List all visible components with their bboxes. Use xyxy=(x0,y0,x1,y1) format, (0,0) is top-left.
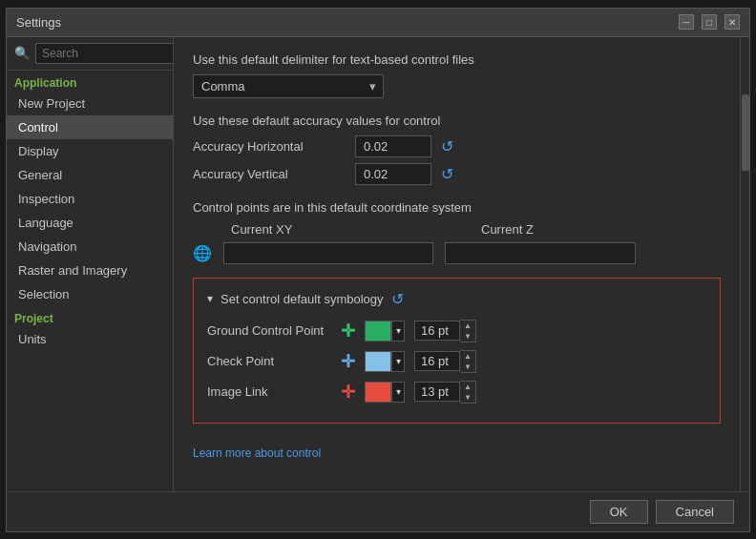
accuracy-label: Use these default accuracy values for co… xyxy=(193,114,721,128)
coord-z-label: Current Z xyxy=(481,222,534,237)
gcp-row: Ground Control Point ✛ ▾ ▲ ▼ xyxy=(207,320,706,342)
coord-section: Control points are in this default coord… xyxy=(193,200,721,264)
window-title: Settings xyxy=(16,15,61,30)
search-input[interactable] xyxy=(35,43,174,64)
gcp-pt-up[interactable]: ▲ xyxy=(460,321,475,331)
accuracy-horizontal-label: Accuracy Horizontal xyxy=(193,139,346,154)
image-link-pt-wrapper: ▲ ▼ xyxy=(414,381,476,404)
accuracy-vertical-reset-icon[interactable]: ↺ xyxy=(441,165,453,183)
coord-inputs-row: 🌐 xyxy=(193,242,721,264)
sidebar-item-control[interactable]: Control xyxy=(7,115,173,139)
check-pt-wrapper: ▲ ▼ xyxy=(414,350,476,373)
cancel-button[interactable]: Cancel xyxy=(656,500,734,524)
accuracy-vertical-label: Accuracy Vertical xyxy=(193,167,346,181)
gcp-pt-wrapper: ▲ ▼ xyxy=(414,320,476,342)
accuracy-horizontal-reset-icon[interactable]: ↺ xyxy=(441,137,453,155)
settings-window: Settings ─ □ ✕ 🔍 Application New Project… xyxy=(6,8,750,532)
check-pt-spinners: ▲ ▼ xyxy=(460,350,476,373)
symbology-reset-icon[interactable]: ↺ xyxy=(391,290,404,308)
symbology-header: ▾ Set control default symbology ↺ xyxy=(207,290,706,308)
sidebar: 🔍 Application New Project Control Displa… xyxy=(7,37,174,491)
title-bar: Settings ─ □ ✕ xyxy=(7,9,749,37)
image-link-pt-up[interactable]: ▲ xyxy=(460,382,475,392)
image-link-color-swatch[interactable] xyxy=(365,382,391,403)
collapse-arrow-icon[interactable]: ▾ xyxy=(207,292,213,305)
accuracy-horizontal-input[interactable] xyxy=(355,135,431,157)
coord-z-input[interactable] xyxy=(445,242,636,264)
image-link-swatch-wrapper: ▾ xyxy=(365,382,405,403)
check-color-swatch[interactable] xyxy=(365,351,391,372)
coord-label: Control points are in this default coord… xyxy=(193,200,721,215)
minimize-button[interactable]: ─ xyxy=(679,14,694,30)
section-header-project: Project xyxy=(7,306,173,327)
gcp-swatch-dropdown[interactable]: ▾ xyxy=(391,321,405,342)
gcp-pt-input[interactable] xyxy=(414,321,460,341)
check-point-row: Check Point ✛ ▾ ▲ ▼ xyxy=(207,350,706,373)
delimiter-label: Use this default delimiter for text-base… xyxy=(193,52,721,98)
check-pt-up[interactable]: ▲ xyxy=(460,351,475,362)
image-link-label: Image Link xyxy=(207,384,331,399)
check-point-label: Check Point xyxy=(207,354,331,368)
ok-button[interactable]: OK xyxy=(590,500,648,524)
sidebar-item-selection[interactable]: Selection xyxy=(7,282,173,306)
sidebar-item-inspection[interactable]: Inspection xyxy=(7,187,173,211)
gcp-swatch-wrapper: ▾ xyxy=(365,321,405,342)
image-link-pt-input[interactable] xyxy=(414,382,460,402)
check-pt-input[interactable] xyxy=(414,351,460,371)
image-link-pt-down[interactable]: ▼ xyxy=(460,392,475,403)
gcp-pt-spinners: ▲ ▼ xyxy=(460,320,476,342)
check-pt-down[interactable]: ▼ xyxy=(460,362,475,372)
accuracy-vertical-row: Accuracy Vertical ↺ xyxy=(193,163,721,185)
gcp-icon: ✛ xyxy=(341,321,355,342)
coord-xy-input[interactable] xyxy=(223,242,433,264)
delimiter-dropdown-wrapper: Comma Tab Space Semicolon xyxy=(193,74,721,98)
globe-icon[interactable]: 🌐 xyxy=(193,244,212,262)
gcp-color-swatch[interactable] xyxy=(365,321,391,342)
image-link-row: Image Link ✛ ▾ ▲ ▼ xyxy=(207,381,706,404)
sidebar-item-language[interactable]: Language xyxy=(7,211,173,235)
scrollbar-track[interactable] xyxy=(740,37,749,491)
sidebar-item-navigation[interactable]: Navigation xyxy=(7,235,173,259)
check-swatch-wrapper: ▾ xyxy=(365,351,405,372)
search-icon: 🔍 xyxy=(14,46,30,60)
image-link-pt-spinners: ▲ ▼ xyxy=(460,381,476,404)
symbology-section: ▾ Set control default symbology ↺ Ground… xyxy=(193,278,721,424)
sidebar-item-raster-imagery[interactable]: Raster and Imagery xyxy=(7,259,173,282)
sidebar-section-application: Application New Project Control Display … xyxy=(7,71,173,306)
delimiter-dropdown[interactable]: Comma Tab Space Semicolon xyxy=(193,74,384,98)
sidebar-item-units[interactable]: Units xyxy=(7,327,173,351)
sidebar-section-project: Project Units xyxy=(7,306,173,351)
gcp-label: Ground Control Point xyxy=(207,323,331,338)
window-controls: ─ □ ✕ xyxy=(679,14,740,30)
search-box: 🔍 xyxy=(7,37,173,71)
sidebar-item-general[interactable]: General xyxy=(7,163,173,187)
image-link-icon: ✛ xyxy=(341,382,355,403)
content-area: Use this default delimiter for text-base… xyxy=(174,37,740,491)
section-header-application: Application xyxy=(7,71,173,92)
image-link-swatch-dropdown[interactable]: ▾ xyxy=(391,382,405,403)
coord-xy-label: Current XY xyxy=(231,222,441,237)
restore-button[interactable]: □ xyxy=(702,14,717,30)
check-point-icon: ✛ xyxy=(341,351,355,372)
accuracy-horizontal-row: Accuracy Horizontal ↺ xyxy=(193,135,721,157)
learn-more-link[interactable]: Learn more about control xyxy=(193,446,321,460)
coord-labels-row: Current XY Current Z xyxy=(193,222,721,237)
main-layout: 🔍 Application New Project Control Displa… xyxy=(7,37,749,491)
sidebar-item-display[interactable]: Display xyxy=(7,139,173,163)
sidebar-item-new-project[interactable]: New Project xyxy=(7,92,173,115)
check-swatch-dropdown[interactable]: ▾ xyxy=(391,351,405,372)
accuracy-vertical-input[interactable] xyxy=(355,163,431,185)
accuracy-section: Use these default accuracy values for co… xyxy=(193,114,721,185)
footer: OK Cancel xyxy=(7,491,749,531)
scrollbar-thumb[interactable] xyxy=(742,94,749,171)
symbology-title: Set control default symbology xyxy=(220,292,384,306)
delimiter-select[interactable]: Comma Tab Space Semicolon xyxy=(193,74,384,98)
close-button[interactable]: ✕ xyxy=(724,14,740,30)
gcp-pt-down[interactable]: ▼ xyxy=(460,331,475,342)
